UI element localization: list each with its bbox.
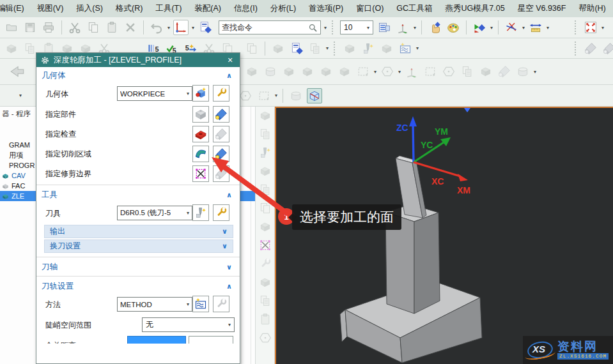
fit-view-dropdown-icon[interactable]: ▾: [601, 25, 604, 31]
select-check-button[interactable]: [192, 126, 209, 142]
ellipse-icon[interactable]: [515, 64, 531, 79]
polygon-icon[interactable]: [380, 64, 395, 79]
orient-view-icon[interactable]: [173, 20, 189, 35]
menu-edit[interactable]: 编辑(E): [0, 3, 31, 14]
dimension-icon[interactable]: [528, 20, 543, 35]
wcs-icon[interactable]: [395, 20, 410, 35]
cam-tool-icon[interactable]: [259, 202, 272, 215]
cam-tool-icon[interactable]: [259, 128, 272, 140]
display-cut-area-button[interactable]: [213, 146, 229, 162]
display-trim-button[interactable]: [213, 165, 229, 182]
search-dropdown-icon[interactable]: ▾: [324, 25, 327, 31]
cam-generic-icon[interactable]: [4, 41, 19, 56]
cam-tool-icon[interactable]: [259, 183, 272, 196]
menu-gc-toolbox[interactable]: GC工具箱: [390, 3, 438, 14]
cube-icon[interactable]: [478, 64, 493, 79]
cut-icon[interactable]: [67, 20, 82, 35]
new-tool-button[interactable]: [192, 204, 209, 221]
new-method-button[interactable]: [192, 296, 209, 312]
select-cut-area-button[interactable]: [192, 146, 209, 162]
cam-tool-icon[interactable]: [259, 146, 272, 159]
measure-dropdown-icon[interactable]: ▾: [522, 25, 525, 31]
create-method-dropdown-icon[interactable]: ▾: [416, 45, 419, 51]
print-icon[interactable]: [41, 20, 56, 35]
text-icon[interactable]: [460, 64, 475, 79]
blank-body-icon[interactable]: [288, 88, 304, 103]
cam-tool-icon[interactable]: [259, 313, 272, 326]
flashlight-locate-icon[interactable]: [583, 41, 598, 56]
chevron-down-icon[interactable]: ∨: [222, 242, 228, 250]
information-icon[interactable]: [198, 20, 213, 35]
cam-tool-icon[interactable]: [259, 331, 272, 344]
cam-tool-icon[interactable]: [259, 239, 272, 252]
cam-tool-icon[interactable]: [259, 257, 272, 270]
edit-method-button[interactable]: [213, 296, 229, 312]
dialog-title-bar[interactable]: 深度轮廓加工 - [ZLEVEL_PROFILE] ×: [36, 53, 240, 67]
rectangle-dropdown-icon[interactable]: ▾: [374, 69, 376, 75]
section-tool[interactable]: 工具 ∧: [36, 186, 240, 202]
chevron-up-icon[interactable]: ∧: [226, 72, 232, 80]
block-icon[interactable]: [281, 64, 297, 79]
show-hide-icon[interactable]: [472, 20, 487, 35]
cone-icon[interactable]: [497, 64, 512, 79]
datum-plane-icon[interactable]: [423, 64, 438, 79]
steep-combo[interactable]: 无 ▾: [142, 317, 235, 332]
menu-window[interactable]: 窗口(O): [350, 3, 390, 14]
show-hide-dropdown-icon[interactable]: ▾: [490, 25, 493, 31]
edit-tool-button[interactable]: [213, 204, 229, 221]
method-combo[interactable]: METHOD ▾: [117, 297, 192, 312]
close-icon[interactable]: ×: [224, 55, 236, 65]
menu-yanxiu-mold[interactable]: 燕秀UG模具7.05: [439, 3, 511, 14]
left-panel-dropdown-icon[interactable]: ▾: [19, 93, 22, 98]
work-layer-combo[interactable]: 10 ▾: [340, 20, 373, 34]
paste-toolpath-icon[interactable]: [244, 41, 260, 56]
edit-geometry-button[interactable]: [213, 85, 229, 102]
section-path-settings[interactable]: 刀轨设置 ∧: [36, 278, 240, 294]
tool-change-subsection[interactable]: 换刀设置 ∨: [44, 239, 233, 253]
menu-help[interactable]: 帮助(H): [572, 3, 612, 14]
open-icon[interactable]: [4, 20, 19, 35]
chevron-down-icon[interactable]: ∨: [222, 227, 228, 236]
sketch-region-icon[interactable]: [256, 88, 272, 103]
mirror-icon[interactable]: [300, 64, 315, 79]
menu-preferences[interactable]: 首选项(P): [302, 3, 350, 14]
chevron-up-icon[interactable]: ∧: [226, 282, 232, 291]
section-tool-axis[interactable]: 刀轴 ∨: [36, 259, 240, 275]
polygon-dropdown-icon[interactable]: ▾: [398, 69, 401, 75]
undo-icon[interactable]: [149, 20, 164, 35]
create-geometry-icon[interactable]: [379, 41, 394, 56]
menu-information[interactable]: 信息(I): [228, 3, 264, 14]
dimension-dropdown-icon[interactable]: ▾: [547, 25, 549, 31]
circle-icon[interactable]: [441, 64, 456, 79]
create-program-icon[interactable]: [342, 41, 357, 56]
report-icon[interactable]: [289, 41, 304, 56]
cam-tool-icon[interactable]: [259, 220, 272, 233]
menu-insert[interactable]: 插入(S): [70, 3, 109, 14]
menu-format[interactable]: 格式(R): [109, 3, 149, 14]
revolve-icon[interactable]: [263, 64, 278, 79]
pattern-icon[interactable]: [318, 64, 334, 79]
select-trim-button[interactable]: [192, 165, 209, 182]
tool-combo[interactable]: D6R0.5 (铣刀-5 ▾: [117, 206, 192, 220]
copy-icon[interactable]: [86, 20, 101, 35]
merge-distance-input[interactable]: [127, 336, 186, 344]
orient-view-dropdown-icon[interactable]: ▾: [192, 25, 194, 31]
section-geometry[interactable]: 几何体 ∧: [36, 67, 240, 83]
move-object-icon[interactable]: [427, 20, 442, 35]
more-curves-dropdown-icon[interactable]: ▾: [534, 69, 536, 75]
new-geometry-button[interactable]: [192, 85, 209, 102]
search-icon[interactable]: [308, 23, 318, 33]
object-display-icon[interactable]: [446, 20, 461, 35]
cam-generic-icon[interactable]: [270, 41, 286, 56]
cam-tool-icon[interactable]: [259, 294, 272, 307]
extrude-icon[interactable]: [244, 64, 260, 79]
flashlight-select-icon[interactable]: [601, 41, 613, 56]
menu-assemblies[interactable]: 装配(A): [188, 3, 228, 14]
chevron-up-icon[interactable]: ∧: [226, 191, 232, 199]
delete-icon[interactable]: [123, 20, 138, 35]
menu-analysis[interactable]: 分析(L): [264, 3, 302, 14]
paste-icon[interactable]: [104, 20, 120, 35]
machining-time-icon[interactable]: [307, 41, 323, 56]
layer-settings-icon[interactable]: [376, 20, 392, 35]
rectangle-icon[interactable]: [355, 64, 371, 79]
